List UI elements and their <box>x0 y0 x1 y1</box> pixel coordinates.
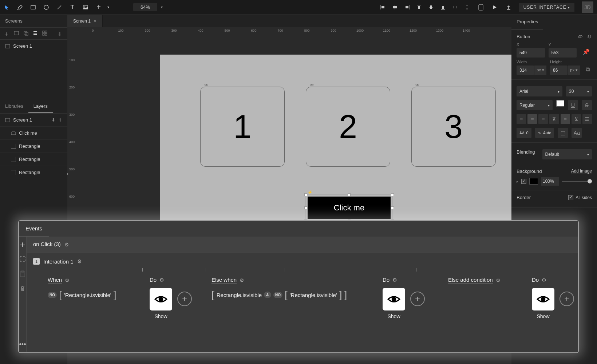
blending-select[interactable]: Default▾ <box>542 149 592 159</box>
y-input[interactable] <box>549 48 577 58</box>
download-icon[interactable]: ⬇ <box>57 31 63 36</box>
text-wrap-icon[interactable]: ⬚ <box>558 128 568 138</box>
bg-enable-checkbox[interactable] <box>521 179 526 184</box>
align-middle-text-icon[interactable]: ≡ <box>561 114 570 124</box>
rectangle-tool-icon[interactable] <box>30 4 36 11</box>
layer-rectangle-2[interactable]: Rectangle <box>0 153 67 166</box>
interaction-label[interactable]: Interaction 1 <box>43 258 74 265</box>
tab-layers[interactable]: Layers <box>28 100 53 113</box>
rectangle-card-2[interactable]: 👁2 <box>306 87 390 167</box>
interaction-settings-icon[interactable]: ⚙ <box>77 258 82 264</box>
artboard[interactable]: 👁1 👁2 👁3 ⚡ Click me <box>160 55 511 237</box>
width-unit[interactable]: px ▾ <box>534 66 546 75</box>
text-transform-icon[interactable]: Aa <box>572 128 582 138</box>
tab-libraries[interactable]: Libraries <box>0 100 28 113</box>
play-icon[interactable] <box>491 4 498 11</box>
layer-rectangle-1[interactable]: Rectangle <box>0 140 67 153</box>
add-screen-icon[interactable]: + <box>4 31 10 36</box>
width-input[interactable] <box>517 66 534 75</box>
click-me-button[interactable]: Click me <box>308 197 391 219</box>
trigger-settings-icon[interactable]: ⚙ <box>64 242 69 248</box>
font-family-select[interactable]: Arial▾ <box>517 86 562 96</box>
line-height-input[interactable]: ⇅Auto <box>535 128 554 138</box>
x-input[interactable] <box>517 48 545 58</box>
hide-icon[interactable] <box>577 34 583 39</box>
font-size-select[interactable]: 30▾ <box>566 86 592 96</box>
elsewhen-settings-icon[interactable]: ⚙ <box>240 277 244 283</box>
height-input[interactable] <box>550 66 568 75</box>
avatar[interactable]: JD <box>582 1 593 13</box>
duplicate-screen-icon[interactable] <box>23 31 29 36</box>
zoom-level[interactable]: 64% <box>133 3 157 11</box>
zoom-caret-icon[interactable]: ▾ <box>161 5 163 9</box>
add-event-icon[interactable]: + <box>19 241 26 248</box>
workspace-dropdown[interactable]: USER INTERFACE ▾ <box>519 3 574 12</box>
font-weight-select[interactable]: Regular▾ <box>517 100 553 110</box>
bg-opacity-slider[interactable] <box>562 181 592 182</box>
height-unit[interactable]: px ▾ <box>568 66 580 75</box>
align-center-h-icon[interactable] <box>392 4 398 11</box>
align-middle-icon[interactable] <box>428 4 434 11</box>
align-top-text-icon[interactable]: ⊼ <box>549 114 559 124</box>
upload-icon[interactable] <box>505 4 512 11</box>
do3-settings-icon[interactable]: ⚙ <box>542 277 546 283</box>
link-dimensions-icon[interactable]: ⧉ <box>584 64 592 75</box>
device-icon[interactable] <box>478 4 484 11</box>
list-icon[interactable]: ☰ <box>582 114 592 124</box>
all-sides-checkbox[interactable] <box>568 195 573 200</box>
image-icon[interactable] <box>14 31 20 36</box>
ellipse-tool-icon[interactable] <box>43 4 50 11</box>
show-action-3[interactable]: Show <box>532 288 554 319</box>
add-action-1[interactable]: + <box>177 292 192 306</box>
add-tool-icon[interactable]: + <box>95 4 102 11</box>
rectangle-card-1[interactable]: 👁1 <box>200 87 285 167</box>
expand-bg-icon[interactable]: ▸ <box>517 179 518 183</box>
show-action-2[interactable]: Show <box>383 288 405 319</box>
when-settings-icon[interactable]: ⚙ <box>65 277 70 283</box>
else-when-condition[interactable]: [ Rectangle.isvisible & NO [ 'Rectangle.… <box>211 289 383 301</box>
show-action-1[interactable]: Show <box>150 288 172 319</box>
pointer-tool-icon[interactable] <box>4 4 10 11</box>
align-left-icon[interactable] <box>380 4 386 11</box>
trigger-label[interactable]: on Click (3) <box>33 241 61 248</box>
align-top-icon[interactable] <box>416 4 422 11</box>
distribute-v-icon[interactable] <box>464 4 470 11</box>
layer-rectangle-3[interactable]: Rectangle <box>0 166 67 179</box>
select-icon[interactable] <box>19 256 26 263</box>
add-action-2[interactable]: + <box>410 292 425 306</box>
else-add-condition-label[interactable]: Else add condition <box>448 277 493 284</box>
canvas-tab[interactable]: Screen 1 × <box>67 15 103 27</box>
letter-spacing-input[interactable]: AV0 <box>517 128 531 138</box>
else-settings-icon[interactable]: ⚙ <box>496 277 501 283</box>
add-caret-icon[interactable]: ▾ <box>105 4 111 11</box>
do-settings-icon[interactable]: ⚙ <box>159 277 164 283</box>
close-tab-icon[interactable]: × <box>94 18 96 24</box>
when-condition[interactable]: NO [ 'Rectangle.isvisible' ] <box>48 289 150 301</box>
layer-clickme[interactable]: Click me <box>0 127 67 140</box>
strikethrough-icon[interactable]: S <box>582 100 592 110</box>
pen-tool-icon[interactable] <box>17 4 23 11</box>
clipboard-icon[interactable] <box>19 270 26 277</box>
list-view-icon[interactable] <box>33 31 39 36</box>
rectangle-card-3[interactable]: 👁3 <box>411 87 496 167</box>
do2-settings-icon[interactable]: ⚙ <box>392 277 397 283</box>
grid-view-icon[interactable] <box>42 31 48 36</box>
collapse-left-icon[interactable]: ◂ <box>67 171 68 176</box>
when-label[interactable]: When <box>48 277 62 284</box>
bg-color-swatch[interactable] <box>529 178 538 185</box>
align-center-text-icon[interactable]: ≡ <box>527 114 537 124</box>
image-tool-icon[interactable] <box>82 4 89 11</box>
align-bottom-icon[interactable] <box>440 4 446 11</box>
align-left-text-icon[interactable]: ≡ <box>517 114 526 124</box>
line-tool-icon[interactable] <box>56 4 63 11</box>
text-color-swatch[interactable] <box>556 100 564 107</box>
distribute-h-icon[interactable] <box>452 4 458 11</box>
align-bottom-text-icon[interactable]: ⊻ <box>572 114 581 124</box>
else-when-label[interactable]: Else when <box>211 277 237 284</box>
layer-order-icon[interactable] <box>587 34 592 39</box>
align-right-text-icon[interactable]: ≡ <box>538 114 548 124</box>
align-right-icon[interactable] <box>404 4 410 11</box>
more-icon[interactable]: ••• <box>19 341 26 348</box>
screen-item[interactable]: Screen 1 <box>0 40 67 52</box>
pin-icon[interactable]: 📌 <box>580 46 592 58</box>
